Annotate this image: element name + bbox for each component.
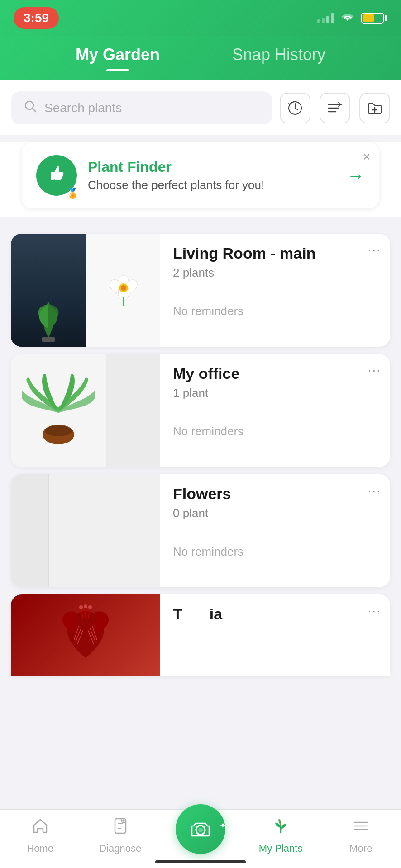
history-btn[interactable]	[280, 93, 310, 123]
banner-text: Plant Finder Choose the perfect plants f…	[88, 159, 336, 192]
banner-arrow-icon[interactable]: →	[347, 165, 365, 186]
header-tabs: My Garden Snap History	[0, 36, 401, 80]
nav-my-plants-label: My Plants	[259, 843, 303, 854]
thumbs-up-icon	[45, 162, 68, 189]
search-section: Search plants	[0, 80, 401, 135]
card-content: ··· Living Room - main 2 plants No remin…	[160, 234, 390, 347]
plant-image-placeholder-2	[48, 474, 86, 587]
svg-rect-10	[42, 337, 55, 342]
list-item[interactable]: ··· Living Room - main 2 plants No remin…	[11, 234, 390, 347]
card-reminders: No reminders	[173, 304, 377, 318]
home-indicator	[155, 860, 246, 863]
tab-my-garden[interactable]: My Garden	[39, 36, 196, 71]
plant-image-aloe	[11, 234, 86, 347]
svg-point-0	[347, 19, 348, 21]
card-content: ··· My office 1 plant No reminders	[160, 354, 390, 467]
list-item[interactable]: ··· Flowers 0 plant No reminders	[11, 474, 390, 587]
card-count: 0 plant	[173, 506, 377, 520]
list-item[interactable]: ··· My office 1 plant No reminders	[11, 354, 390, 467]
time-display: 3:59	[14, 7, 59, 29]
card-content: ··· Flowers 0 plant No reminders	[160, 474, 390, 587]
plant-image-placeholder-1	[11, 474, 48, 587]
card-content: ··· Tia	[160, 594, 390, 676]
nav-diagnose-label: Diagnose	[99, 843, 141, 854]
more-icon	[352, 817, 370, 839]
sort-btn[interactable]	[320, 93, 350, 123]
status-bar: 3:59	[0, 0, 401, 36]
nav-more-label: More	[349, 843, 372, 854]
nav-home[interactable]: Home	[11, 817, 70, 854]
nav-diagnose[interactable]: Diagnose	[91, 817, 150, 854]
home-icon	[31, 817, 49, 839]
camera-button[interactable]: ✦	[176, 804, 225, 854]
nav-camera[interactable]: ✦	[171, 818, 230, 854]
list-item[interactable]: ··· Tia	[11, 594, 390, 676]
card-menu-btn[interactable]: ···	[368, 363, 381, 377]
card-image-section	[11, 474, 160, 587]
card-title: My office	[173, 365, 359, 382]
search-placeholder: Search plants	[44, 101, 260, 115]
svg-point-20	[79, 605, 83, 609]
svg-point-22	[88, 605, 92, 609]
my-plants-icon	[272, 817, 290, 839]
plant-image-empty	[106, 354, 160, 467]
card-count: 2 plants	[173, 266, 377, 280]
svg-point-21	[84, 604, 87, 608]
svg-point-16	[121, 285, 126, 291]
search-bar[interactable]: Search plants	[11, 91, 272, 124]
nav-more[interactable]: More	[331, 817, 390, 854]
svg-line-2	[33, 108, 36, 112]
card-title: Living Room - main	[173, 245, 359, 262]
ribbon-icon: 🏅	[67, 188, 79, 199]
card-title: Flowers	[173, 485, 359, 503]
card-title: Tia	[173, 605, 359, 623]
bottom-nav: Home Diagnose ✦	[0, 809, 401, 868]
plant-image-tacca	[11, 594, 160, 676]
status-icons	[317, 11, 387, 25]
banner-icon: 🏅	[36, 155, 77, 196]
svg-point-31	[198, 828, 203, 832]
nav-home-label: Home	[27, 843, 53, 854]
diagnose-icon	[111, 817, 129, 839]
banner-title: Plant Finder	[88, 159, 336, 175]
search-icon	[24, 99, 37, 116]
card-reminders: No reminders	[173, 425, 377, 439]
sparkle-icon: ✦	[220, 821, 226, 830]
card-menu-btn[interactable]: ···	[368, 243, 381, 257]
svg-rect-9	[51, 172, 54, 180]
signal-icon	[317, 13, 334, 23]
wifi-icon	[340, 11, 355, 25]
card-image-section	[11, 354, 160, 467]
card-count: 1 plant	[173, 386, 377, 400]
close-banner-btn[interactable]: ×	[363, 150, 370, 164]
garden-list: ··· Living Room - main 2 plants No remin…	[0, 217, 401, 676]
card-menu-btn[interactable]: ···	[368, 604, 381, 618]
plant-finder-banner[interactable]: 🏅 Plant Finder Choose the perfect plants…	[22, 142, 379, 208]
tab-snap-history[interactable]: Snap History	[196, 36, 362, 71]
battery-icon	[361, 13, 387, 24]
flowers-image-area	[11, 474, 86, 587]
add-folder-btn[interactable]	[359, 93, 390, 123]
card-image-section	[11, 234, 160, 347]
plant-image-spider	[11, 354, 106, 467]
plant-image-flower	[86, 234, 160, 347]
banner-subtitle: Choose the perfect plants for you!	[88, 178, 336, 192]
card-reminders: No reminders	[173, 545, 377, 559]
nav-my-plants[interactable]: My Plants	[251, 817, 310, 854]
svg-point-19	[45, 425, 72, 436]
toolbar-icons	[280, 93, 390, 123]
card-menu-btn[interactable]: ···	[368, 483, 381, 498]
